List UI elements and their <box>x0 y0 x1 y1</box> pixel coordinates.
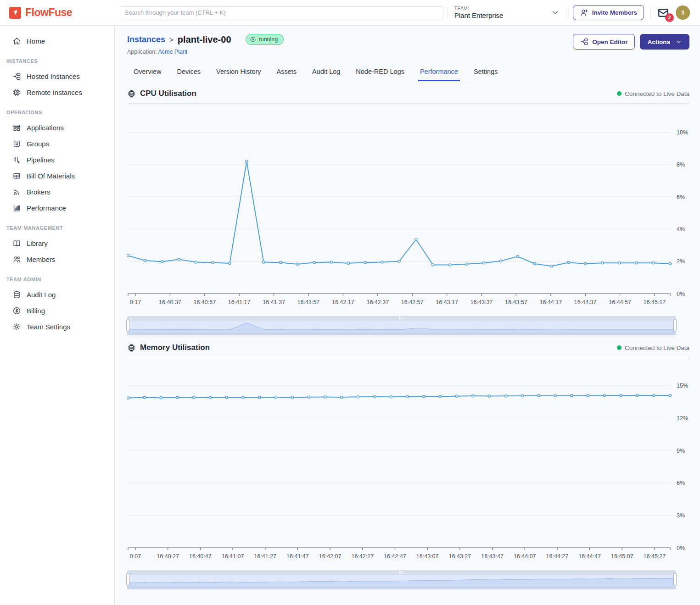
members-icon <box>12 255 21 264</box>
actions-button[interactable]: Actions <box>640 34 689 50</box>
open-editor-label: Open Editor <box>592 39 627 45</box>
bill-of-materials-icon <box>12 172 21 180</box>
sidebar-item-bill-of-materials[interactable]: Bill Of Materials <box>0 168 114 184</box>
svg-text:16:44:47: 16:44:47 <box>578 553 601 560</box>
tab-node-red-logs[interactable]: Node-RED Logs <box>355 65 405 81</box>
live-dot-icon <box>617 345 622 350</box>
memory-slider-preview <box>127 575 676 587</box>
svg-text:0%: 0% <box>677 545 685 551</box>
sidebar-item-audit-log[interactable]: Audit Log <box>0 287 114 303</box>
sidebar-item-members[interactable]: Members <box>0 251 114 267</box>
tab-devices[interactable]: Devices <box>176 65 202 81</box>
sidebar-item-label: Members <box>27 255 56 263</box>
sidebar-item-label: Library <box>27 239 48 247</box>
team-label: TEAM: <box>454 6 523 11</box>
brand-name: FlowFuse <box>25 6 72 19</box>
sidebar-item-pipelines[interactable]: Pipelines <box>0 152 114 168</box>
svg-text:6%: 6% <box>677 480 685 486</box>
tab-overview[interactable]: Overview <box>133 65 162 81</box>
cpu-slider-grip[interactable] <box>127 316 676 321</box>
brokers-icon <box>12 188 21 196</box>
sidebar-item-library[interactable]: Library <box>0 235 114 251</box>
svg-text:16:45:27: 16:45:27 <box>644 553 666 560</box>
sidebar-item-team-settings[interactable]: Team Settings <box>0 319 114 335</box>
instance-tabs: OverviewDevicesVersion HistoryAssetsAudi… <box>127 65 689 81</box>
sidebar-item-performance[interactable]: Performance <box>0 200 114 216</box>
memory-slider-left-handle[interactable] <box>126 573 129 586</box>
svg-text:0:07: 0:07 <box>130 553 141 560</box>
invite-members-button[interactable]: Invite Members <box>573 5 644 20</box>
svg-text:16:43:57: 16:43:57 <box>505 299 527 305</box>
tab-version-history[interactable]: Version History <box>215 65 262 81</box>
svg-text:16:43:47: 16:43:47 <box>481 553 504 560</box>
memory-chart: 0%3%6%9%12%15%0:0716:40:2716:40:4716:41:… <box>127 358 689 566</box>
sidebar-item-billing[interactable]: Billing <box>0 303 114 319</box>
library-icon <box>12 239 21 248</box>
divider <box>650 7 651 19</box>
memory-slider-right-handle[interactable] <box>673 573 677 586</box>
svg-text:16:41:37: 16:41:37 <box>263 299 285 305</box>
cpu-range-slider[interactable] <box>127 316 676 335</box>
flowfuse-logo-icon <box>9 7 21 19</box>
sidebar-item-home[interactable]: Home <box>0 33 114 49</box>
cpu-slider-left-handle[interactable] <box>126 319 129 332</box>
svg-text:16:41:07: 16:41:07 <box>222 553 244 560</box>
sidebar-item-label: Billing <box>27 307 45 315</box>
audit-log-icon <box>12 290 21 299</box>
svg-text:10%: 10% <box>677 129 688 136</box>
application-link[interactable]: Acme Plant <box>158 49 187 55</box>
brand-logo[interactable]: FlowFuse <box>0 6 115 19</box>
svg-text:3%: 3% <box>677 512 685 519</box>
svg-text:16:42:07: 16:42:07 <box>319 553 342 560</box>
svg-text:16:43:17: 16:43:17 <box>436 299 458 305</box>
application-label: Application: <box>127 49 157 55</box>
notifications-button[interactable]: 2 <box>657 7 669 19</box>
applications-icon <box>12 123 21 132</box>
sidebar-item-groups[interactable]: Groups <box>0 136 114 152</box>
svg-text:16:44:07: 16:44:07 <box>514 553 536 560</box>
sidebar-section-header-team-management: TEAM MANAGEMENT <box>0 216 114 235</box>
svg-text:16:41:57: 16:41:57 <box>297 299 320 305</box>
avatar[interactable]: fl <box>676 6 690 20</box>
breadcrumb-instances-link[interactable]: Instances <box>127 35 165 44</box>
live-dot-icon <box>617 91 622 96</box>
memory-range-slider[interactable] <box>127 570 676 589</box>
svg-text:0%: 0% <box>677 291 685 297</box>
chevron-down-icon <box>675 39 682 45</box>
memory-slider-grip[interactable] <box>127 570 676 575</box>
cpu-section-title: CPU Utilisation <box>140 89 196 98</box>
memory-live-status: Connected to Live Data <box>617 344 689 351</box>
chevron-down-icon[interactable] <box>551 8 560 17</box>
play-circle-icon <box>250 36 256 43</box>
sidebar-item-label: Hosted Instances <box>27 72 80 80</box>
sidebar-item-label: Brokers <box>27 188 50 196</box>
open-editor-button[interactable]: Open Editor <box>573 34 635 50</box>
svg-text:16:42:17: 16:42:17 <box>332 299 354 305</box>
tab-settings[interactable]: Settings <box>473 65 498 81</box>
sidebar-item-remote-instances[interactable]: Remote Instances <box>0 84 114 100</box>
divider <box>566 7 566 19</box>
sidebar-item-hosted-instances[interactable]: Hosted Instances <box>0 68 114 84</box>
tab-assets[interactable]: Assets <box>276 65 298 81</box>
tab-performance[interactable]: Performance <box>419 65 459 81</box>
sidebar-item-brokers[interactable]: Brokers <box>0 184 114 200</box>
svg-text:6%: 6% <box>677 194 685 200</box>
performance-icon <box>12 204 21 212</box>
team-selector[interactable]: TEAM: Plant Enterprise <box>454 6 523 19</box>
svg-text:16:41:27: 16:41:27 <box>254 553 276 560</box>
svg-text:16:42:47: 16:42:47 <box>384 553 406 560</box>
sidebar-item-applications[interactable]: Applications <box>0 120 114 136</box>
remote-instances-icon <box>12 88 21 97</box>
sidebar-item-label: Pipelines <box>27 156 55 164</box>
svg-text:9%: 9% <box>677 448 685 454</box>
svg-text:2%: 2% <box>677 258 685 265</box>
memory-section-header: Memory Utilisation Connected to Live Dat… <box>127 337 689 358</box>
cpu-slider-right-handle[interactable] <box>673 319 677 332</box>
tab-audit-log[interactable]: Audit Log <box>311 65 341 81</box>
svg-text:16:40:57: 16:40:57 <box>193 299 216 305</box>
search-input[interactable] <box>120 6 443 19</box>
svg-text:4%: 4% <box>677 226 685 233</box>
cpu-live-status: Connected to Live Data <box>617 90 689 97</box>
pipelines-icon <box>12 155 21 164</box>
sidebar-section-header-operations: OPERATIONS <box>0 100 114 120</box>
